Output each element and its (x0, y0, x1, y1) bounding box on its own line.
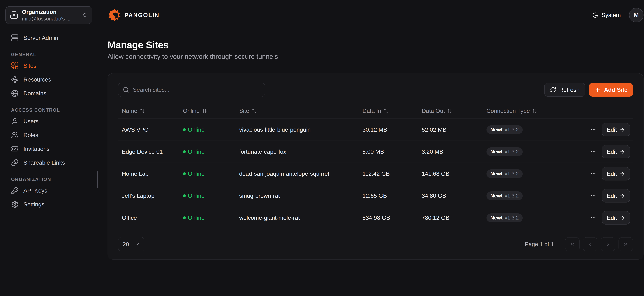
sidebar-item-users[interactable]: Users (0, 114, 98, 128)
moon-icon (592, 12, 598, 18)
data-in: 534.98 GB (362, 214, 422, 221)
sort-icon[interactable] (532, 108, 537, 114)
org-selector[interactable]: Organization milo@fossorial.io's ... (6, 6, 92, 24)
sort-icon[interactable] (447, 108, 452, 114)
building-icon (10, 11, 18, 19)
org-text: Organization milo@fossorial.io's ... (22, 8, 78, 22)
topbar: PANGOLIN System M (98, 0, 644, 30)
arrow-right-icon (620, 149, 625, 154)
first-page-icon (570, 242, 575, 247)
site-name: Home Lab (118, 170, 183, 177)
sidebar-item-label: Shareable Links (24, 159, 65, 166)
refresh-icon (550, 87, 556, 93)
pager: Page 1 of 1 (525, 237, 633, 251)
sort-icon[interactable] (384, 108, 388, 114)
theme-label: System (602, 12, 621, 18)
brand: PANGOLIN (108, 8, 159, 22)
sidebar-item-roles[interactable]: Roles (0, 128, 98, 142)
sort-icon[interactable] (140, 108, 145, 114)
sidebar-section-access-control: ACCESS CONTROL (11, 108, 98, 113)
site-slug: fortunate-cape-fox (239, 148, 362, 155)
ellipsis-icon (590, 215, 596, 221)
column-header-data-out: Data Out (422, 108, 486, 114)
user-icon (11, 118, 18, 125)
search-input[interactable] (133, 86, 260, 93)
online-dot (183, 128, 186, 131)
column-header-online: Online (183, 108, 239, 114)
sort-icon[interactable] (252, 108, 257, 114)
page-size-value: 20 (123, 241, 129, 248)
edit-button[interactable]: Edit (602, 145, 630, 158)
row-actions: Edit (584, 167, 633, 180)
sites-icon (11, 62, 18, 70)
data-out: 780.12 GB (422, 214, 486, 221)
sidebar-item-shareable-links[interactable]: Shareable Links (0, 156, 98, 170)
online-dot (183, 194, 186, 197)
sidebar-item-label: Sites (24, 62, 36, 69)
status-badge: Online (183, 170, 239, 177)
sidebar-item-domains[interactable]: Domains (0, 86, 98, 100)
sidebar-scrollbar[interactable] (97, 171, 98, 188)
row-menu-button[interactable] (589, 147, 598, 156)
connection-type-cell: Newtv1.3.2 (486, 170, 584, 178)
row-menu-button[interactable] (589, 192, 598, 200)
status-badge: Online (183, 148, 239, 155)
connection-badge: Newtv1.3.2 (486, 147, 523, 156)
row-menu-button[interactable] (589, 170, 598, 178)
table-row: Home Lab Online dead-san-joaquin-antelop… (118, 163, 633, 185)
edit-button[interactable]: Edit (602, 167, 630, 180)
row-menu-button[interactable] (589, 214, 598, 222)
first-page-button[interactable] (565, 237, 580, 251)
site-slug: dead-san-joaquin-antelope-squirrel (239, 170, 362, 177)
arrow-right-icon (620, 127, 625, 132)
prev-page-button[interactable] (583, 237, 597, 251)
sidebar-item-label: API Keys (24, 187, 47, 194)
sidebar-item-label: Settings (24, 201, 44, 208)
next-page-button[interactable] (601, 237, 615, 251)
sidebar-item-settings[interactable]: Settings (0, 198, 98, 211)
theme-toggle[interactable]: System (592, 12, 621, 18)
sidebar-item-resources[interactable]: Resources (0, 73, 98, 86)
online-dot (183, 172, 186, 175)
sidebar-item-label: Domains (24, 90, 46, 97)
add-site-label: Add Site (604, 86, 628, 93)
sidebar-item-label: Server Admin (24, 34, 58, 41)
sidebar-item-label: Roles (24, 132, 38, 138)
online-dot (183, 150, 186, 153)
data-out: 141.68 GB (422, 170, 486, 177)
sites-card: Refresh Add Site Name Online (108, 73, 644, 260)
page-size-select[interactable]: 20 (118, 237, 144, 252)
ellipsis-icon (590, 149, 596, 155)
gear-icon (11, 201, 18, 208)
sidebar-item-label: Invitations (24, 146, 50, 152)
edit-button[interactable]: Edit (602, 211, 630, 224)
status-badge: Online (183, 126, 239, 133)
sidebar-item-invitations[interactable]: Invitations (0, 142, 98, 156)
column-header-data-in: Data In (362, 108, 422, 114)
edit-button[interactable]: Edit (602, 189, 630, 202)
globe-icon (11, 90, 18, 97)
sidebar-item-sites[interactable]: Sites (0, 59, 98, 73)
site-slug: vivacious-little-blue-penguin (239, 126, 362, 133)
arrow-right-icon (620, 215, 625, 221)
data-in: 112.42 GB (362, 170, 422, 177)
chevron-down-icon (135, 242, 140, 247)
row-menu-button[interactable] (589, 125, 598, 134)
table-row: Office Online welcome-giant-mole-rat 534… (118, 207, 633, 229)
refresh-button[interactable]: Refresh (544, 83, 585, 96)
refresh-label: Refresh (559, 86, 580, 93)
table-row: Jeff's Laptop Online smug-brown-rat 12.6… (118, 185, 633, 207)
edit-button[interactable]: Edit (602, 123, 630, 136)
last-page-button[interactable] (618, 237, 633, 251)
plus-icon (594, 86, 601, 93)
connection-badge: Newtv1.3.2 (486, 125, 523, 134)
add-site-button[interactable]: Add Site (589, 83, 633, 96)
sidebar-item-server-admin[interactable]: Server Admin (0, 31, 98, 45)
user-avatar[interactable]: M (629, 8, 644, 22)
page-title: Manage Sites (108, 39, 644, 50)
column-header-connection-type: Connection Type (486, 108, 584, 114)
users-icon (11, 132, 18, 139)
sort-icon[interactable] (202, 108, 207, 114)
site-slug: welcome-giant-mole-rat (239, 214, 362, 221)
sidebar-item-api-keys[interactable]: API Keys (0, 184, 98, 198)
